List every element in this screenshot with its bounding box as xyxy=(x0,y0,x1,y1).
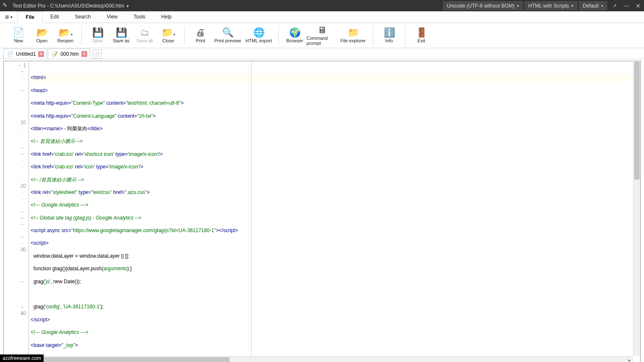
saveall-icon: 🗂 xyxy=(140,28,149,37)
print-icon: 🖨 xyxy=(196,28,205,37)
vertical-scrollbar[interactable] xyxy=(633,61,640,356)
close-file-button[interactable]: 📁▾Close xyxy=(156,23,180,48)
open-button[interactable]: 📂Open xyxy=(30,23,54,48)
new-button[interactable]: 📄New xyxy=(7,23,30,48)
close-icon: 📁▾ xyxy=(161,28,175,37)
close-tab-icon[interactable]: ✕ xyxy=(38,51,44,57)
menu-edit[interactable]: Edit xyxy=(42,11,67,23)
print-button[interactable]: 🖨Print xyxy=(189,23,212,48)
open-icon: 📂 xyxy=(36,28,48,37)
reopen-icon: 📂▾ xyxy=(59,28,73,37)
watermark: azofreeware.com xyxy=(0,354,44,362)
close-button[interactable]: ✕ xyxy=(632,0,644,11)
menu-view[interactable]: View xyxy=(99,11,126,23)
menu-bar: ≡ ▾ File Edit Search View Tools Help xyxy=(0,11,644,23)
code-area[interactable]: <html> <head> <meta http-equiv="Content-… xyxy=(29,61,640,362)
save-icon: 💾 xyxy=(92,28,104,37)
saveas-button[interactable]: 💾Save as xyxy=(109,23,133,48)
cmd-button[interactable]: 🖥Command prompt xyxy=(306,23,338,48)
browser-button[interactable]: 🌍Browser xyxy=(283,23,306,48)
encoding-dropdown[interactable]: Unicode (UTF-8 without BOM)▾ xyxy=(443,1,523,10)
unpin-button[interactable]: ↗ xyxy=(609,0,621,11)
new-tab-button[interactable]: 📄 xyxy=(93,49,102,59)
info-icon: ℹ️ xyxy=(384,28,395,37)
file-icon: 📄 xyxy=(7,51,13,57)
titlebar: ✎ Text Editor Pro - C:\Users\ASUS\Deskto… xyxy=(0,0,644,11)
preview-icon: 🔍 xyxy=(222,28,234,37)
menu-file[interactable]: File xyxy=(18,11,42,23)
editor: 1 10 20 30 40 <html> <head> <meta http-e… xyxy=(3,61,641,362)
browser-icon: 🌍 xyxy=(289,28,301,37)
minimize-button[interactable]: — xyxy=(621,0,632,11)
html-icon: 🌐 xyxy=(253,28,265,37)
window-title: Text Editor Pro - C:\Users\ASUS\Desktop\… xyxy=(13,3,133,9)
exit-icon: 🚪 xyxy=(416,28,427,37)
save-button[interactable]: 💾Save xyxy=(86,23,109,48)
info-button[interactable]: ℹ️Info xyxy=(377,23,401,48)
ribbon: 📄New 📂Open 📂▾Reopen 💾Save 💾Save as 🗂Save… xyxy=(0,23,644,48)
print-preview-button[interactable]: 🔍Print preview xyxy=(212,23,243,48)
gutter: 1 10 20 30 40 xyxy=(4,61,29,362)
saveall-button[interactable]: 🗂Save all xyxy=(133,23,156,48)
file-explorer-button[interactable]: 📁File explorer xyxy=(338,23,369,48)
language-dropdown[interactable]: HTML with Scripts▾ xyxy=(525,1,577,10)
menu-search[interactable]: Search xyxy=(67,11,99,23)
close-tab-icon[interactable]: ✕ xyxy=(81,51,87,57)
exit-button[interactable]: 🚪Exit xyxy=(410,23,433,48)
highlight-dropdown[interactable]: Default▾ xyxy=(579,1,607,10)
cmd-icon: 🖥 xyxy=(317,26,327,35)
file-icon: 📝 xyxy=(52,51,58,57)
menu-help[interactable]: Help xyxy=(153,11,180,23)
doctab-untitled[interactable]: 📄Untitled1✕ xyxy=(3,49,47,59)
menu-tools[interactable]: Tools xyxy=(126,11,153,23)
file-explorer-icon: 📁 xyxy=(348,28,359,37)
new-icon: 📄 xyxy=(13,28,24,37)
reopen-button[interactable]: 📂▾Reopen xyxy=(54,23,77,48)
doctab-000[interactable]: 📝000.htm✕ xyxy=(48,49,90,59)
document-tabs: 📄Untitled1✕ 📝000.htm✕ 📄 xyxy=(0,48,644,59)
app-icon: ✎ xyxy=(3,2,11,10)
saveas-icon: 💾 xyxy=(116,28,127,37)
horizontal-scrollbar[interactable]: ◂▸ xyxy=(4,356,633,362)
hamburger-menu[interactable]: ≡ ▾ xyxy=(0,12,18,23)
html-export-button[interactable]: 🌐HTML export xyxy=(243,23,274,48)
